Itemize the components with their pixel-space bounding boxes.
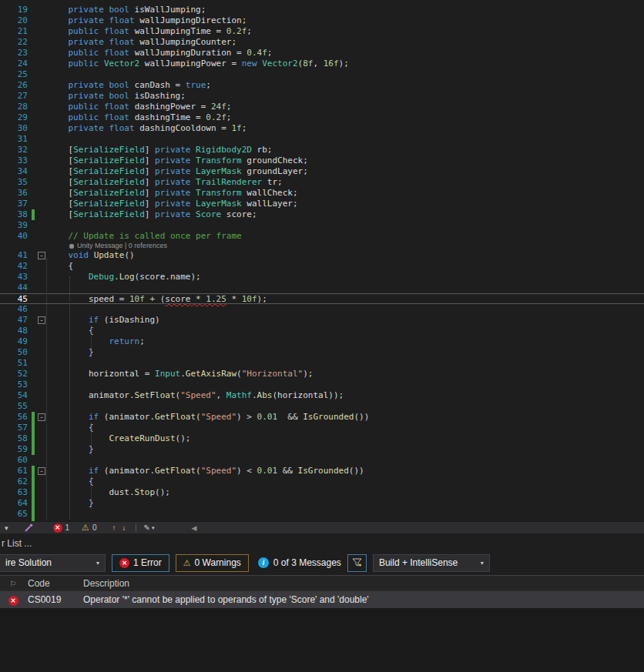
fold-toggle-icon[interactable]: - — [38, 316, 45, 324]
code-line[interactable]: 36 [SerializeField] private Transform wa… — [0, 188, 644, 199]
codelens-annotation[interactable]: Unity Message | 0 references — [0, 242, 644, 250]
line-number[interactable]: 64 — [0, 498, 28, 509]
code-line[interactable]: 58 CreateRunDust(); — [0, 433, 644, 444]
line-number[interactable]: 58 — [0, 433, 28, 444]
line-number[interactable]: 62 — [0, 476, 28, 487]
code-line[interactable]: 57 { — [0, 423, 644, 433]
code-editor[interactable]: 19 private bool isWallJumping;20 private… — [0, 0, 644, 521]
line-number[interactable]: 41 — [0, 250, 28, 261]
code-line[interactable]: 42 { — [0, 261, 644, 272]
code-line[interactable]: 50 } — [0, 347, 644, 358]
code-line[interactable]: 39 — [0, 220, 644, 231]
error-row[interactable]: ✕CS0019Operator '*' cannot be applied to… — [0, 591, 644, 608]
code-line[interactable]: 35 [SerializeField] private TrailRendere… — [0, 177, 644, 188]
warnings-filter-button[interactable]: ⚠ 0 Warnings — [176, 554, 249, 572]
code-line[interactable]: 62 { — [0, 476, 644, 487]
line-number[interactable]: 21 — [0, 26, 28, 37]
code-line[interactable]: 63 dust.Stop(); — [0, 487, 644, 498]
line-number[interactable]: 44 — [0, 283, 28, 293]
code-line[interactable]: 31 — [0, 134, 644, 145]
line-number[interactable]: 25 — [0, 69, 28, 80]
fold-toggle-icon[interactable]: - — [38, 467, 45, 475]
code-line[interactable]: 56- if (animator.GetFloat("Speed") > 0.0… — [0, 412, 644, 423]
previous-issue-arrow-icon[interactable]: ↑ — [112, 523, 116, 532]
line-number[interactable]: 49 — [0, 336, 28, 347]
document-errors-indicator[interactable]: ✕ 1 — [53, 523, 70, 533]
code-column-header[interactable]: Code — [26, 578, 79, 589]
code-line[interactable]: 23 public float wallJumpingDuration = 0.… — [0, 48, 644, 59]
code-line[interactable]: 19 private bool isWallJumping; — [0, 5, 644, 15]
code-line[interactable]: 38 [SerializeField] private Score score; — [0, 209, 644, 220]
line-number[interactable]: 61 — [0, 466, 28, 476]
code-line[interactable]: 21 public float wallJumpingTime = 0.2f; — [0, 26, 644, 37]
line-number[interactable]: 19 — [0, 5, 28, 15]
line-number[interactable]: 66 — [0, 520, 28, 521]
line-number[interactable]: 39 — [0, 220, 28, 231]
code-line[interactable]: 32 [SerializeField] private Rigidbody2D … — [0, 145, 644, 155]
build-filter-dropdown[interactable]: Build + IntelliSense ▾ — [373, 554, 490, 572]
code-line[interactable]: 61- if (animator.GetFloat("Speed") < 0.0… — [0, 466, 644, 476]
line-number[interactable]: 37 — [0, 199, 28, 209]
line-number[interactable]: 47 — [0, 315, 28, 326]
scrollbar-left-arrow-icon[interactable]: ◀ — [191, 524, 196, 532]
errors-filter-button[interactable]: ✕ 1 Error — [112, 554, 169, 572]
code-line[interactable]: 44 — [0, 283, 644, 293]
line-number[interactable]: 55 — [0, 401, 28, 412]
code-line[interactable]: 33 [SerializeField] private Transform gr… — [0, 155, 644, 166]
code-line[interactable]: 59 } — [0, 444, 644, 455]
line-number[interactable]: 23 — [0, 48, 28, 59]
code-line[interactable]: 27 private bool isDashing; — [0, 91, 644, 102]
filter-button[interactable] — [347, 554, 367, 572]
line-number[interactable]: 40 — [0, 231, 28, 242]
description-column-header[interactable]: Description — [79, 578, 644, 589]
code-line[interactable]: 43 Debug.Log(score.name); — [0, 272, 644, 283]
brush-dropdown-chevron-icon[interactable]: ▾ — [152, 525, 155, 531]
line-number[interactable]: 38 — [0, 209, 28, 220]
line-number[interactable]: 59 — [0, 444, 28, 455]
line-number[interactable]: 52 — [0, 369, 28, 379]
line-number[interactable]: 33 — [0, 155, 28, 166]
code-line[interactable]: 34 [SerializeField] private LayerMask gr… — [0, 166, 644, 177]
line-number[interactable]: 31 — [0, 134, 28, 145]
line-number[interactable]: 51 — [0, 358, 28, 369]
code-cleanup-brush-icon[interactable]: ✎ — [144, 523, 150, 532]
code-line[interactable]: 60 — [0, 455, 644, 466]
code-line[interactable]: 22 private float wallJumpingCounter; — [0, 37, 644, 48]
code-line[interactable]: 53 — [0, 379, 644, 390]
line-number[interactable]: 45 — [0, 294, 28, 303]
code-line[interactable]: 48 { — [0, 326, 644, 336]
severity-column-header[interactable]: ⚐ — [0, 578, 26, 589]
code-line[interactable]: 26 private bool canDash = true; — [0, 80, 644, 91]
code-line[interactable]: 46 — [0, 304, 644, 315]
line-number[interactable]: 60 — [0, 455, 28, 466]
code-line[interactable]: 65 — [0, 509, 644, 520]
line-number[interactable]: 48 — [0, 326, 28, 336]
code-line[interactable]: 41- void Update() — [0, 250, 644, 261]
line-number[interactable]: 29 — [0, 112, 28, 123]
code-line[interactable]: 52 horizontal = Input.GetAxisRaw("Horizo… — [0, 369, 644, 379]
line-number[interactable]: 34 — [0, 166, 28, 177]
line-number[interactable]: 36 — [0, 188, 28, 199]
line-number[interactable]: 56 — [0, 412, 28, 423]
line-number[interactable]: 27 — [0, 91, 28, 102]
line-number[interactable]: 28 — [0, 102, 28, 112]
line-number[interactable]: 63 — [0, 487, 28, 498]
line-number[interactable]: 30 — [0, 123, 28, 134]
code-line[interactable]: 54 animator.SetFloat("Speed", Mathf.Abs(… — [0, 390, 644, 401]
fold-toggle-icon[interactable]: - — [38, 413, 45, 421]
code-line[interactable]: 40 // Update is called once per frame — [0, 231, 644, 242]
code-line[interactable]: 64 } — [0, 498, 644, 509]
code-line[interactable]: 25 — [0, 69, 644, 80]
line-number[interactable]: 54 — [0, 390, 28, 401]
fold-toggle-icon[interactable]: - — [38, 252, 45, 259]
line-number[interactable]: 53 — [0, 379, 28, 390]
code-line[interactable]: 45 speed = 10f + (score * 1.25 * 10f); — [0, 293, 644, 304]
line-number[interactable]: 24 — [0, 59, 28, 69]
line-number[interactable]: 35 — [0, 177, 28, 188]
code-line[interactable]: 66 if (IsGrounded()) — [0, 520, 644, 521]
next-issue-arrow-icon[interactable]: ↓ — [122, 523, 126, 532]
code-line[interactable]: 20 private float wallJumpingDirection; — [0, 15, 644, 26]
code-line[interactable]: 30 private float dashingCooldown = 1f; — [0, 123, 644, 134]
line-number[interactable]: 46 — [0, 304, 28, 315]
scope-dropdown[interactable]: ire Solution ▾ — [0, 554, 106, 572]
